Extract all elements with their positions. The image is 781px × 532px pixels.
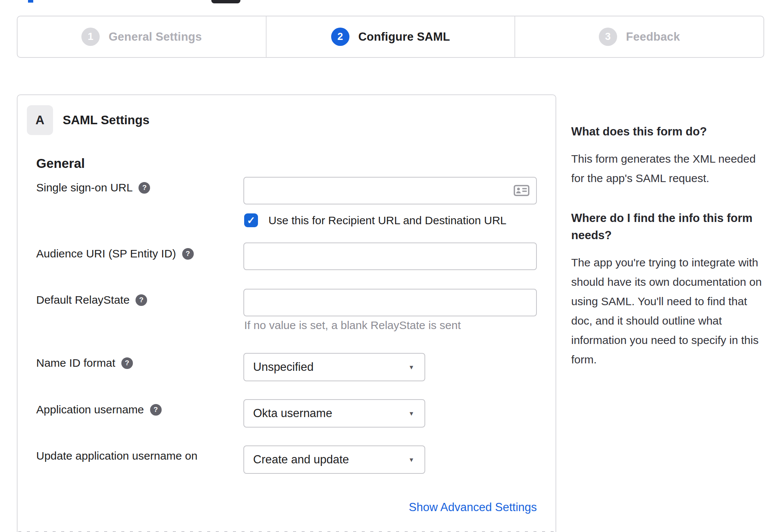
default-relaystate-input[interactable] (243, 289, 537, 316)
help-icon[interactable]: ? (182, 248, 194, 260)
clipped-header-fragment-blue (28, 0, 33, 3)
name-id-format-select[interactable]: Unspecified ▼ (243, 353, 425, 381)
update-app-username-label: Update application username on (36, 450, 197, 462)
single-sign-on-url-label: Single sign-on URL ? (36, 181, 150, 194)
recipient-url-checkbox-row: ✓ Use this for Recipient URL and Destina… (244, 213, 507, 227)
single-sign-on-url-input[interactable] (243, 177, 537, 204)
selected-value: Okta username (253, 407, 332, 420)
recipient-url-checkbox-label: Use this for Recipient URL and Destinati… (268, 214, 507, 227)
clipped-header-fragment-logo (211, 0, 240, 3)
selected-value: Create and update (253, 453, 349, 466)
step-number-badge: 3 (599, 28, 617, 46)
section-a-badge: A (27, 105, 53, 135)
saml-settings-card: A SAML Settings General Single sign-on U… (17, 94, 556, 532)
help-block-where: Where do I find the info this form needs… (571, 210, 762, 369)
application-username-select[interactable]: Okta username ▼ (243, 399, 425, 428)
selected-value: Unspecified (253, 360, 314, 374)
step-general-settings[interactable]: 1 General Settings (18, 16, 266, 57)
dropdown-arrow-icon: ▼ (408, 457, 414, 463)
step-configure-saml[interactable]: 2 Configure SAML (266, 16, 515, 57)
step-feedback[interactable]: 3 Feedback (514, 16, 763, 57)
wizard-stepper: 1 General Settings 2 Configure SAML 3 Fe… (17, 16, 764, 58)
update-app-username-select[interactable]: Create and update ▼ (243, 445, 425, 474)
help-heading: Where do I find the info this form needs… (571, 210, 762, 244)
general-group-title: General (36, 156, 85, 171)
help-icon[interactable]: ? (139, 182, 150, 194)
help-block-what: What does this form do? This form genera… (571, 123, 762, 188)
show-advanced-settings-link[interactable]: Show Advanced Settings (243, 501, 537, 514)
help-heading: What does this form do? (571, 123, 762, 140)
recipient-url-checkbox[interactable]: ✓ (244, 213, 258, 227)
dropdown-arrow-icon: ▼ (408, 410, 414, 416)
step-number-badge: 2 (331, 28, 349, 46)
help-body: This form generates the XML needed for t… (571, 149, 762, 188)
audience-uri-input[interactable] (243, 242, 537, 270)
help-icon[interactable]: ? (150, 404, 162, 416)
help-icon[interactable]: ? (136, 294, 147, 306)
help-sidebar: What does this form do? This form genera… (571, 123, 762, 391)
audience-uri-label: Audience URI (SP Entity ID) ? (36, 247, 194, 260)
section-title: SAML Settings (63, 105, 149, 135)
help-body: The app you're trying to integrate with … (571, 253, 762, 369)
help-icon[interactable]: ? (121, 357, 133, 369)
application-username-label: Application username ? (36, 403, 162, 416)
single-sign-on-url-field (243, 177, 537, 204)
relaystate-hint: If no value is set, a blank RelayState i… (244, 319, 461, 332)
name-id-format-label: Name ID format ? (36, 357, 133, 369)
default-relaystate-label: Default RelayState ? (36, 294, 147, 306)
step-number-badge: 1 (81, 28, 100, 46)
dropdown-arrow-icon: ▼ (408, 364, 414, 370)
